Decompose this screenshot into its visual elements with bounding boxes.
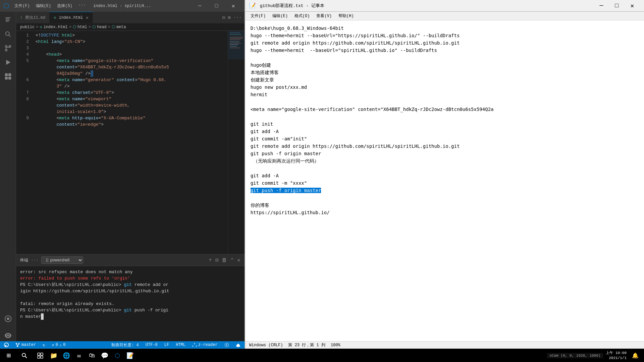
code-line-3 — [36, 45, 228, 51]
maximize-button[interactable]: □ — [209, 0, 224, 12]
notepad-close-button[interactable]: ✕ — [625, 1, 640, 11]
status-extension[interactable]: z-reader — [191, 343, 219, 347]
notepad-line-2: hugo --theme=hermit --baseUrl="https://s… — [251, 32, 639, 39]
tab-html-close-icon[interactable]: ✕ — [86, 15, 88, 20]
notepad-line-16: git commit -am"init" — [251, 135, 639, 142]
code-editor[interactable]: 1 2 3 4 5 6 7 8 — [16, 31, 245, 254]
activity-search-icon[interactable] — [2, 28, 14, 40]
notepad-titlebar: 📝 github部署流程.txt - 记事本 ─ □ ✕ — [245, 0, 644, 12]
taskbar-mail[interactable]: ✉ — [73, 350, 85, 362]
code-line-6b: 3" /> — [36, 83, 228, 89]
breadcrumb-html[interactable]: html — [77, 25, 87, 29]
breadcrumb-meta[interactable]: meta — [116, 25, 126, 29]
breadcrumb-public[interactable]: public — [20, 25, 35, 29]
menu-file[interactable]: 文件(F) — [12, 2, 33, 10]
terminal-trash-icon[interactable]: 🗑 — [222, 257, 227, 263]
terminal-more-icon[interactable]: ··· — [31, 258, 39, 263]
breadcrumb-head[interactable]: head — [97, 25, 107, 29]
taskbar-edge[interactable]: 🌐 — [60, 350, 72, 362]
notepad-window: 📝 github部署流程.txt - 记事本 ─ □ ✕ 文件(F) 编辑(E)… — [245, 0, 644, 349]
activity-remote-icon[interactable] — [2, 313, 14, 324]
breadcrumb-html-tag-icon: ⬡ — [73, 24, 76, 29]
terminal-content[interactable]: error: src refspec maste does not match … — [16, 266, 245, 341]
svg-rect-1 — [5, 18, 9, 19]
minimize-button[interactable]: ─ — [192, 0, 208, 12]
menu-edit[interactable]: 编辑(E) — [33, 2, 54, 10]
terminal-add-icon[interactable]: + — [209, 257, 212, 263]
layout-icon[interactable]: ⊞ — [228, 15, 230, 20]
activity-run-icon[interactable] — [2, 57, 14, 68]
code-line-8c: initial-scale=1.0"> — [36, 109, 228, 115]
breadcrumb-index-html[interactable]: index.html — [44, 25, 68, 29]
notepad-maximize-button[interactable]: □ — [609, 1, 625, 11]
terminal-line-2: error: failed to push some refs to 'orgi… — [20, 275, 240, 282]
notepad-statusbar: Windows (CRLF) 第 23 行，第 1 列 100% — [245, 341, 644, 349]
windows-start-button[interactable]: ⊞ — [3, 350, 15, 362]
notepad-menu-format[interactable]: 格式(O) — [292, 12, 313, 19]
taskbar-app1[interactable]: 📝 — [124, 350, 136, 362]
activity-extensions-icon[interactable] — [2, 71, 14, 82]
activity-explorer-icon[interactable] — [2, 14, 14, 26]
notepad-line-9: hugo new post/xxx.md — [251, 83, 639, 91]
notepad-status-crlf[interactable]: Windows (CRLF) — [249, 343, 283, 348]
terminal-close-icon[interactable]: ✕ — [237, 257, 240, 263]
status-sync-icon[interactable]: ↻ — [41, 343, 46, 348]
notepad-line-12: <meta name="google-site-verification" co… — [251, 106, 639, 113]
activity-settings-icon[interactable] — [2, 330, 14, 341]
svg-rect-26 — [228, 31, 245, 59]
status-feedback-icon[interactable] — [223, 343, 230, 347]
svg-rect-29 — [38, 353, 40, 355]
menu-more[interactable]: ··· — [76, 2, 89, 10]
status-encoding[interactable]: UTF-8 — [144, 343, 159, 347]
taskbar-clock: 上午 10:00 2021/1/1 — [606, 351, 627, 360]
notepad-menu-help[interactable]: 帮助(H) — [336, 12, 357, 19]
vscode-titlebar: ⬡ 文件(F) 编辑(E) 选择(S) ··· index.html - spi… — [0, 0, 245, 12]
notepad-menu-edit[interactable]: 编辑(E) — [270, 12, 290, 19]
status-branch[interactable]: master — [14, 343, 37, 347]
taskbar-vscode[interactable]: ⬡ — [111, 350, 123, 362]
terminal-shell-select[interactable]: 1: powershell — [41, 256, 83, 264]
terminal-maximize-icon[interactable]: ⌃ — [230, 257, 234, 263]
svg-line-28 — [25, 356, 27, 358]
notepad-status-zoom[interactable]: 100% — [331, 343, 340, 348]
status-indent[interactable]: 制表符长度: 4 — [110, 342, 140, 348]
code-content[interactable]: <!DOCTYPE html> <html lang="zh-CN"> <hea… — [33, 31, 228, 254]
notepad-menu-view[interactable]: 查看(V) — [314, 12, 334, 19]
terminal-tabs: 终端 ··· 1: powershell + ⊟ 🗑 ⌃ ✕ — [16, 254, 245, 266]
notepad-menu-file[interactable]: 文件(F) — [248, 12, 269, 19]
split-editor-icon[interactable]: ⊟ — [222, 15, 225, 20]
status-errors[interactable]: ✕ 0 ⚠ 0 — [50, 343, 67, 348]
status-language[interactable]: HTML — [174, 343, 187, 347]
status-bell-icon[interactable] — [234, 343, 242, 347]
activity-sourcecontrol-icon[interactable] — [2, 43, 14, 54]
notepad-line-18: git push -f origin master — [251, 150, 639, 157]
taskbar-store[interactable]: 🛍 — [86, 350, 98, 362]
taskbar-search[interactable] — [16, 350, 33, 362]
ocam-display: oCam (0, 0, 1920, 1080) — [547, 353, 603, 358]
menu-select[interactable]: 选择(S) — [54, 2, 75, 10]
code-line-8b: content="width=device-width, — [36, 102, 228, 109]
status-encoding-label: UTF-8 — [146, 343, 158, 347]
notepad-content[interactable]: D:\boke\hugo_0.68.3_Windows-64bit hugo -… — [245, 20, 644, 341]
taskbar-teams[interactable]: 💬 — [99, 350, 111, 362]
close-button[interactable]: ✕ — [226, 0, 241, 12]
more-actions-icon[interactable]: ··· — [233, 15, 241, 20]
status-remote-icon[interactable] — [3, 343, 10, 347]
terminal-cursor — [41, 313, 44, 320]
notepad-line-8: 创建新文章 — [251, 76, 639, 83]
notepad-title: github部署流程.txt - 记事本 — [260, 3, 324, 9]
status-lineending[interactable]: LF — [163, 343, 170, 347]
svg-rect-3 — [5, 21, 8, 22]
notepad-minimize-button[interactable]: ─ — [594, 1, 609, 11]
taskbar-taskview[interactable] — [34, 350, 46, 362]
terminal-split-icon[interactable]: ⊟ — [215, 257, 219, 263]
tab-md[interactable]: ↓ 爬虫11.md — [16, 12, 50, 23]
line-numbers: 1 2 3 4 5 6 7 8 — [16, 31, 33, 254]
taskbar-explorer[interactable]: 📁 — [48, 350, 60, 362]
svg-line-5 — [9, 35, 10, 37]
notepad-line-26: https://spiritLHL.github.io/ — [251, 209, 639, 216]
tab-html[interactable]: ◇ index.html ✕ — [50, 12, 93, 23]
taskbar-notification[interactable]: 🔔 — [629, 350, 641, 362]
status-extension-label: z-reader — [198, 343, 218, 347]
svg-rect-0 — [5, 17, 10, 18]
